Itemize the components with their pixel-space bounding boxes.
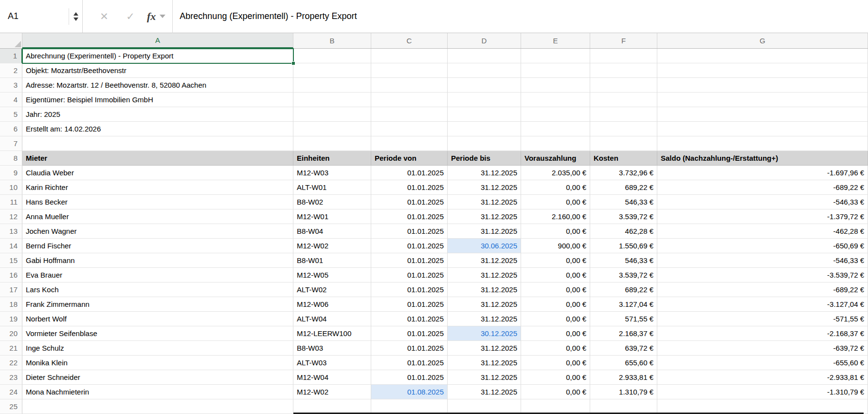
cell-C25[interactable] [371,399,448,414]
cell-G6[interactable] [657,122,868,136]
row-header-25[interactable]: 25 [0,399,22,414]
cell-E10[interactable]: 0,00 € [521,180,590,195]
row-header-14[interactable]: 14 [0,239,22,253]
stepper-down-icon[interactable] [73,18,78,21]
cell-G2[interactable] [657,63,868,78]
cell-B1[interactable] [293,49,371,63]
cell-G23[interactable]: -2.933,81 € [657,370,868,385]
cell-E13[interactable]: 0,00 € [521,224,590,239]
cell-A14[interactable]: Bernd Fischer [22,239,293,253]
cell-A13[interactable]: Jochen Wagner [22,224,293,239]
cell-E21[interactable]: 0,00 € [521,341,590,356]
cell-B3[interactable] [293,78,371,93]
cell-F1[interactable] [590,49,657,63]
cell-D17[interactable]: 31.12.2025 [448,282,521,297]
cell-C12[interactable]: 01.01.2025 [371,209,448,224]
row-header-22[interactable]: 22 [0,356,22,370]
cell-F22[interactable]: 655,60 € [590,356,657,370]
cell-D12[interactable]: 31.12.2025 [448,209,521,224]
cell-F12[interactable]: 3.539,72 € [590,209,657,224]
cell-B12[interactable]: M12-W01 [293,209,371,224]
cell-C19[interactable]: 01.01.2025 [371,312,448,326]
cell-B24[interactable]: M12-W02 [293,385,371,399]
row-header-21[interactable]: 21 [0,341,22,356]
column-header-A[interactable]: A [22,33,293,48]
cell-G18[interactable]: -3.127,04 € [657,297,868,312]
cell-D19[interactable]: 31.12.2025 [448,312,521,326]
cell-C14[interactable]: 01.01.2025 [371,239,448,253]
cell-E7[interactable] [521,136,590,151]
row-header-19[interactable]: 19 [0,312,22,326]
cell-B4[interactable] [293,93,371,107]
cell-D1[interactable] [448,49,521,63]
confirm-icon[interactable]: ✓ [120,11,141,22]
cell-F20[interactable]: 2.168,37 € [590,326,657,341]
cell-E11[interactable]: 0,00 € [521,195,590,209]
cell-D22[interactable]: 31.12.2025 [448,356,521,370]
row-header-4[interactable]: 4 [0,93,22,107]
cell-C22[interactable]: 01.01.2025 [371,356,448,370]
cell-G9[interactable]: -1.697,96 € [657,166,868,180]
column-header-F[interactable]: F [590,33,657,48]
row-header-17[interactable]: 17 [0,282,22,297]
cell-C15[interactable]: 01.01.2025 [371,253,448,268]
cell-A20[interactable]: Vormieter Seifenblase [22,326,293,341]
cell-G1[interactable] [657,49,868,63]
cell-A23[interactable]: Dieter Schneider [22,370,293,385]
cell-G22[interactable]: -655,60 € [657,356,868,370]
cell-G5[interactable] [657,107,868,122]
cell-G8[interactable]: Saldo (Nachzahlung-/Erstattung+) [657,151,868,166]
row-header-12[interactable]: 12 [0,209,22,224]
cell-A4[interactable]: Eigentümer: Beispiel Immobilien GmbH [22,93,293,107]
column-header-D[interactable]: D [448,33,521,48]
cell-D6[interactable] [448,122,521,136]
cell-B21[interactable]: B8-W03 [293,341,371,356]
row-header-11[interactable]: 11 [0,195,22,209]
cell-C16[interactable]: 01.01.2025 [371,268,448,282]
cell-F10[interactable]: 689,22 € [590,180,657,195]
row-header-15[interactable]: 15 [0,253,22,268]
row-header-20[interactable]: 20 [0,326,22,341]
cell-reference-box[interactable]: A1 [0,0,83,33]
cell-D18[interactable]: 31.12.2025 [448,297,521,312]
cell-G20[interactable]: -2.168,37 € [657,326,868,341]
row-header-2[interactable]: 2 [0,63,22,78]
row-header-3[interactable]: 3 [0,78,22,93]
cell-E20[interactable]: 0,00 € [521,326,590,341]
cell-D25[interactable] [448,399,521,414]
cell-C21[interactable]: 01.01.2025 [371,341,448,356]
column-header-E[interactable]: E [521,33,590,48]
chevron-down-icon[interactable] [160,15,165,18]
cell-C2[interactable] [371,63,448,78]
cell-E8[interactable]: Vorauszahlung [521,151,590,166]
cell-C3[interactable] [371,78,448,93]
cell-E23[interactable]: 0,00 € [521,370,590,385]
cell-A12[interactable]: Anna Mueller [22,209,293,224]
cell-A5[interactable]: Jahr: 2025 [22,107,293,122]
cell-F7[interactable] [590,136,657,151]
row-header-23[interactable]: 23 [0,370,22,385]
cell-C24[interactable]: 01.08.2025 [371,385,448,399]
cell-B23[interactable]: M12-W04 [293,370,371,385]
cell-D11[interactable]: 31.12.2025 [448,195,521,209]
cell-D3[interactable] [448,78,521,93]
row-header-24[interactable]: 24 [0,385,22,399]
cell-A9[interactable]: Claudia Weber [22,166,293,180]
column-header-B[interactable]: B [293,33,371,48]
cell-C11[interactable]: 01.01.2025 [371,195,448,209]
cell-A2[interactable]: Objekt: Mozartstr/Beethovenstr [22,63,293,78]
cell-G10[interactable]: -689,22 € [657,180,868,195]
cell-B7[interactable] [293,136,371,151]
cell-B5[interactable] [293,107,371,122]
cell-A25[interactable] [22,399,293,414]
cell-C23[interactable]: 01.01.2025 [371,370,448,385]
cell-G25[interactable] [657,399,868,414]
cell-A6[interactable]: Erstellt am: 14.02.2026 [22,122,293,136]
cell-E17[interactable]: 0,00 € [521,282,590,297]
cell-B18[interactable]: M12-W06 [293,297,371,312]
row-header-10[interactable]: 10 [0,180,22,195]
cell-A10[interactable]: Karin Richter [22,180,293,195]
cell-B9[interactable]: M12-W03 [293,166,371,180]
cell-A3[interactable]: Adresse: Mozartstr. 12 / Beethovenstr. 8… [22,78,293,93]
cell-F17[interactable]: 689,22 € [590,282,657,297]
